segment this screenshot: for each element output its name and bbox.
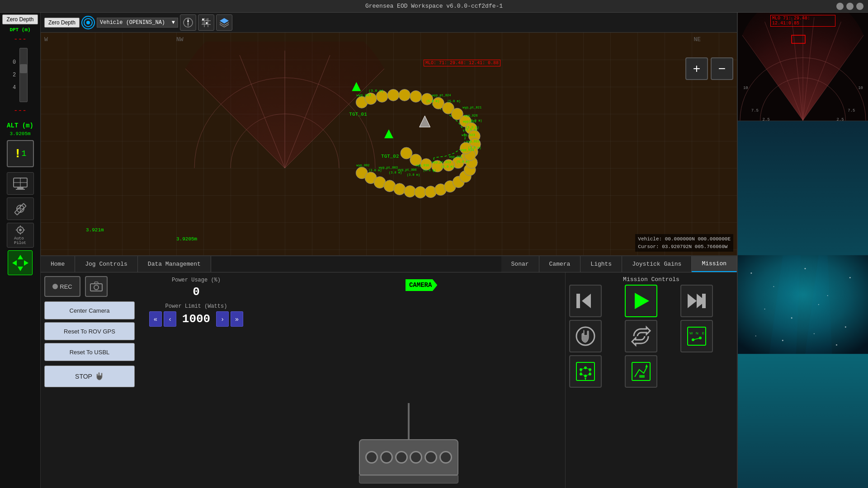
mission-route-button[interactable] <box>625 355 657 388</box>
svg-rect-26 <box>202 22 204 24</box>
svg-text:(3.0 m): (3.0 m) <box>423 169 436 172</box>
tab-lights[interactable]: Lights <box>580 256 622 272</box>
nav-diamond-button[interactable] <box>8 250 33 275</box>
camera-label: CAMERA <box>406 279 437 291</box>
layers-icon-button[interactable] <box>216 14 232 31</box>
autopilot-button[interactable]: AutoPilot <box>7 223 34 248</box>
sonar-mlo-label: MLO 71: 29.48: 12.41:0.85 <box>770 15 835 27</box>
svg-text:wyp_015: wyp_015 <box>449 155 462 159</box>
compass-icon-button[interactable] <box>180 14 196 31</box>
main-layout: Zero Depth DPT (m) --- 0 2 4 --- ALT (m)… <box>0 13 868 488</box>
svg-text:(5.0 m): (5.0 m) <box>426 99 439 103</box>
svg-marker-18 <box>187 23 189 27</box>
rov-assembly <box>359 403 458 483</box>
svg-point-154 <box>791 317 793 319</box>
svg-marker-78 <box>420 116 430 127</box>
svg-rect-131 <box>639 375 645 378</box>
reset-usbl-button[interactable]: Reset To USBL <box>44 343 135 361</box>
snapshot-button[interactable] <box>85 276 108 297</box>
depth-zero-button[interactable]: Zero Depth <box>2 14 38 24</box>
zoom-out-button[interactable]: − <box>711 57 733 80</box>
svg-text:10: 10 <box>743 86 748 90</box>
app-title: Greensea EOD Workspace v6.0.0-ccf2dfe-1 <box>32 3 836 9</box>
svg-rect-2 <box>16 189 25 190</box>
vehicle-dropdown[interactable]: Vehicle (OPENINS_NA) ▼ <box>97 18 178 28</box>
dpt-dash-bottom: --- <box>14 107 27 115</box>
svg-text:(3.0 m): (3.0 m) <box>468 146 481 150</box>
dpt-dash-top: --- <box>14 35 27 43</box>
mission-waypoint-grid-button[interactable] <box>569 355 602 388</box>
depth-slider[interactable] <box>19 48 28 102</box>
alert-count: 1 <box>22 149 27 158</box>
stop-hand-icon <box>95 372 104 381</box>
zoom-in-button[interactable]: + <box>685 57 708 80</box>
svg-text:(3.0 m): (3.0 m) <box>368 89 383 93</box>
monitor-icon-button[interactable] <box>7 172 34 195</box>
rewind-icon <box>575 290 596 312</box>
svg-point-151 <box>827 295 828 296</box>
mission-play-button[interactable] <box>625 285 657 317</box>
cursor-coords: Cursor: 03.920792N 005.766060W <box>638 243 731 251</box>
rov-wheel-5 <box>425 451 437 464</box>
power-usage-label: Power Usage (%) <box>172 277 221 283</box>
stepper-rewind-button[interactable]: « <box>149 311 162 327</box>
center-camera-button[interactable]: Center Camera <box>44 301 135 319</box>
tab-sonar[interactable]: Sonar <box>501 256 539 272</box>
svg-point-16 <box>86 21 90 24</box>
tab-home[interactable]: Home <box>41 256 75 272</box>
scale-4: 4 <box>13 84 16 91</box>
camera-view <box>738 121 868 488</box>
stop-label: STOP <box>75 373 92 380</box>
tab-mission[interactable]: Mission <box>692 256 737 272</box>
minimize-button[interactable] <box>836 3 844 10</box>
mission-controls-grid: W N E <box>569 285 733 388</box>
mission-compass-map-button[interactable]: W N E <box>680 320 713 352</box>
mission-rewind-button[interactable] <box>569 285 602 317</box>
mission-repeat-button[interactable] <box>625 320 657 352</box>
scale-distance-label2: 3.9205m <box>176 236 197 242</box>
stepper-increment-button[interactable]: › <box>216 311 229 327</box>
svg-text:N: N <box>696 331 698 335</box>
svg-text:2.5: 2.5 <box>836 117 844 121</box>
record-button[interactable]: REC <box>44 276 80 297</box>
svg-text:wyp_pt_006: wyp_pt_006 <box>398 168 417 172</box>
toolbar-depth-zero-button[interactable]: Zero Depth <box>44 18 80 28</box>
tab-joystick-gains[interactable]: Joystick Gains <box>622 256 692 272</box>
alert-button[interactable]: ! 1 <box>7 140 34 167</box>
scale-distance-label: 3.921m <box>86 227 104 233</box>
svg-rect-24 <box>202 19 204 20</box>
camera-mount-stick <box>408 403 410 439</box>
close-button[interactable] <box>856 3 863 10</box>
grid-icon-button[interactable] <box>198 14 214 31</box>
mission-controls-title: Mission Controls <box>569 276 733 283</box>
ruler-icon-button[interactable] <box>7 197 34 220</box>
scale-0: 0 <box>13 59 16 66</box>
svg-text:TGT_01: TGT_01 <box>349 112 367 117</box>
coordinates-display: Vehicle: 00.000000N 000.000000E Cursor: … <box>635 234 733 252</box>
mission-fastforward-button[interactable] <box>680 285 713 317</box>
hold-icon <box>575 325 596 347</box>
zoom-controls: + − <box>685 57 733 80</box>
tab-jog-controls[interactable]: Jog Controls <box>75 256 138 272</box>
svg-point-37 <box>387 89 399 101</box>
tab-camera[interactable]: Camera <box>539 256 581 272</box>
svg-text:7.5: 7.5 <box>751 108 759 113</box>
camera-arrow-indicator: CAMERA <box>406 279 437 291</box>
rec-label: REC <box>60 283 72 290</box>
svg-text:(5.0 m): (5.0 m) <box>447 99 460 103</box>
svg-rect-112 <box>702 294 706 308</box>
stepper-forward-button[interactable]: » <box>231 311 243 327</box>
stepper-decrement-button[interactable]: ‹ <box>164 311 176 327</box>
maximize-button[interactable] <box>846 3 854 10</box>
stop-button[interactable]: STOP <box>44 366 135 387</box>
sonar-display-svg: 10 10 7.5 7.5 2.5 2.5 <box>738 13 868 121</box>
mission-hold-button[interactable] <box>569 320 602 352</box>
window-controls[interactable] <box>836 3 863 10</box>
tab-data-management[interactable]: Data Management <box>138 256 211 272</box>
ruler-icon <box>13 201 28 216</box>
svg-text:wyp_001: wyp_001 <box>356 93 372 97</box>
svg-marker-107 <box>582 294 591 308</box>
autopilot-label: AutoPilot <box>14 236 26 245</box>
reset-rov-gps-button[interactable]: Reset To ROV GPS <box>44 322 135 340</box>
map-area[interactable]: W NW NE <box>41 33 737 256</box>
